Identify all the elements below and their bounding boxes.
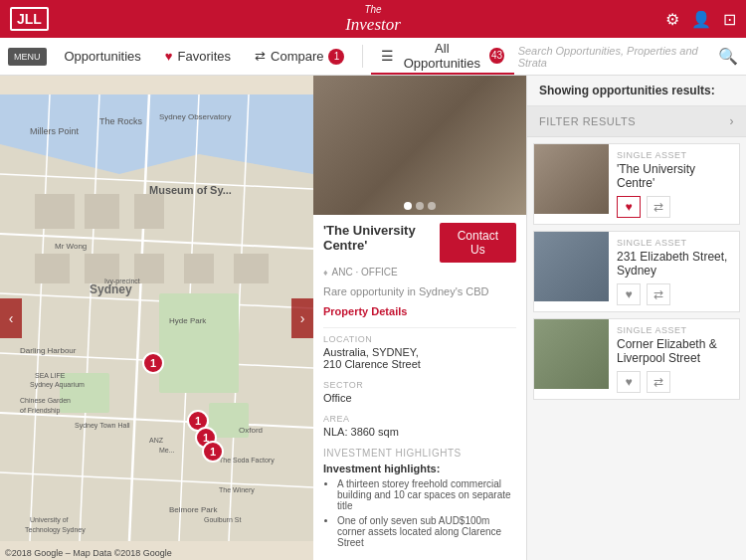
area-label: AREA bbox=[323, 414, 516, 424]
result-type-3: SINGLE ASSET bbox=[617, 325, 731, 335]
map-marker-1[interactable]: 1 bbox=[142, 352, 164, 374]
logo-area: JLL bbox=[10, 7, 49, 31]
svg-text:Ivy-precinct: Ivy-precinct bbox=[104, 278, 140, 285]
svg-rect-13 bbox=[159, 293, 239, 393]
svg-text:Technology Sydney: Technology Sydney bbox=[25, 526, 86, 534]
map-next-button[interactable]: › bbox=[291, 298, 313, 338]
result-type-1: SINGLE ASSET bbox=[617, 150, 731, 160]
share-icon[interactable]: ⊡ bbox=[723, 10, 736, 29]
svg-rect-18 bbox=[134, 194, 164, 229]
compare-button-2[interactable]: ⇄ bbox=[647, 283, 670, 305]
carousel-dot-1[interactable] bbox=[404, 202, 412, 210]
search-area: Search Opportunities, Properties and Str… bbox=[518, 45, 738, 69]
favorite-button-1[interactable]: ♥ bbox=[617, 196, 641, 218]
svg-text:Sydney Observatory: Sydney Observatory bbox=[159, 112, 231, 121]
svg-rect-22 bbox=[184, 254, 214, 283]
svg-rect-19 bbox=[35, 254, 70, 283]
main-layout: Millers Point The Rocks Sydney Observato… bbox=[0, 76, 746, 560]
svg-text:ANZ: ANZ bbox=[149, 437, 164, 444]
property-title: 'The University Centre' bbox=[323, 223, 440, 253]
result-actions-3: ♥ ⇄ bbox=[617, 371, 731, 393]
opportunities-nav[interactable]: Opportunities bbox=[55, 38, 151, 75]
svg-rect-14 bbox=[60, 373, 109, 413]
svg-text:The Soda Factory: The Soda Factory bbox=[219, 457, 275, 465]
svg-text:Millers Point: Millers Point bbox=[30, 126, 80, 136]
favorite-button-3[interactable]: ♥ bbox=[617, 371, 641, 393]
svg-text:Museum of Sy...: Museum of Sy... bbox=[149, 184, 232, 196]
compare-badge: 1 bbox=[328, 49, 344, 65]
search-icon[interactable]: 🔍 bbox=[718, 47, 738, 66]
result-title-2: 231 Elizabeth Street, Sydney bbox=[617, 250, 731, 278]
map-attribution: ©2018 Google – Map Data ©2018 Google bbox=[5, 548, 172, 558]
property-info: 'The University Centre' Contact Us ♦ ANC… bbox=[313, 215, 526, 560]
location-label: LOCATION bbox=[323, 334, 516, 344]
carousel-dot-2[interactable] bbox=[416, 202, 424, 210]
meta-text: ANC · OFFICE bbox=[332, 267, 398, 278]
location-section: LOCATION Australia, SYDNEY,210 Clarence … bbox=[323, 334, 516, 370]
investment-highlights-label: Investment Highlights bbox=[323, 448, 516, 459]
result-card-body-3: SINGLE ASSET Corner Elizabeth & Liverpoo… bbox=[609, 319, 739, 399]
results-header: Showing opportunities results: bbox=[527, 76, 746, 106]
contact-us-button[interactable]: Contact Us bbox=[440, 223, 516, 263]
user-icon[interactable]: 👤 bbox=[691, 10, 711, 29]
jll-logo: JLL bbox=[10, 7, 49, 31]
result-card-1[interactable]: SINGLE ASSET 'The University Centre' ♥ ⇄ bbox=[533, 143, 740, 225]
compare-button-3[interactable]: ⇄ bbox=[647, 371, 670, 393]
all-opportunities-button[interactable]: ☰ All Opportunities 43 bbox=[371, 38, 513, 75]
list-icon: ☰ bbox=[381, 48, 394, 64]
svg-text:University of: University of bbox=[30, 516, 69, 524]
result-card-image-1 bbox=[534, 144, 609, 214]
divider-1 bbox=[323, 327, 516, 328]
map-prev-button[interactable]: ‹ bbox=[0, 298, 22, 338]
property-image-bg bbox=[313, 76, 526, 215]
svg-text:Goulburn St: Goulburn St bbox=[204, 516, 241, 523]
property-details-link[interactable]: Property Details bbox=[323, 305, 516, 317]
location-value: Australia, SYDNEY,210 Clarence Street bbox=[323, 346, 516, 370]
highlight-2: One of only seven sub AUD$100m corner as… bbox=[337, 515, 516, 548]
result-title-3: Corner Elizabeth & Liverpool Street bbox=[617, 337, 731, 365]
result-card-body-2: SINGLE ASSET 231 Elizabeth Street, Sydne… bbox=[609, 232, 739, 311]
svg-text:Mr Wong: Mr Wong bbox=[55, 242, 87, 251]
compare-button-1[interactable]: ⇄ bbox=[647, 196, 670, 218]
result-card-image-3 bbox=[534, 319, 609, 389]
svg-text:of Friendship: of Friendship bbox=[20, 407, 61, 415]
nav-divider bbox=[362, 45, 363, 67]
svg-text:Belmore Park: Belmore Park bbox=[169, 505, 218, 514]
result-actions-2: ♥ ⇄ bbox=[617, 283, 731, 305]
svg-text:The Rocks: The Rocks bbox=[99, 116, 143, 126]
map-canvas: Millers Point The Rocks Sydney Observato… bbox=[0, 76, 313, 560]
svg-text:SEA LIFE: SEA LIFE bbox=[35, 372, 66, 379]
result-title-1: 'The University Centre' bbox=[617, 162, 731, 190]
svg-rect-23 bbox=[234, 254, 269, 283]
carousel-dot-3[interactable] bbox=[428, 202, 436, 210]
all-opportunities-badge: 43 bbox=[489, 48, 503, 64]
map-marker-4[interactable]: 1 bbox=[202, 441, 224, 463]
compare-icon: ⇄ bbox=[255, 49, 266, 64]
menu-button[interactable]: MENU bbox=[8, 48, 47, 66]
svg-text:Sydney Aquarium: Sydney Aquarium bbox=[30, 381, 85, 389]
header-title: The Investor bbox=[345, 4, 401, 35]
svg-text:The Winery: The Winery bbox=[219, 486, 255, 494]
opportunities-label: Opportunities bbox=[65, 49, 141, 64]
area-section: AREA NLA: 3860 sqm bbox=[323, 414, 516, 438]
favorite-button-2[interactable]: ♥ bbox=[617, 283, 641, 305]
navbar: MENU Opportunities ♥ Favorites ⇄ Compare… bbox=[0, 38, 746, 76]
favorites-label: Favorites bbox=[178, 49, 231, 64]
filter-chevron-icon: › bbox=[730, 114, 735, 128]
investment-list: A thirteen storey freehold commercial bu… bbox=[323, 478, 516, 548]
property-description: Rare opportunity in Sydney's CBD bbox=[323, 285, 516, 297]
detail-panel: 'The University Centre' Contact Us ♦ ANC… bbox=[313, 76, 527, 560]
svg-rect-17 bbox=[85, 194, 119, 229]
filter-label: FILTER RESULTS bbox=[539, 115, 636, 127]
filter-results-bar[interactable]: FILTER RESULTS › bbox=[527, 106, 746, 137]
svg-text:Oxford: Oxford bbox=[239, 426, 263, 435]
result-card-2[interactable]: SINGLE ASSET 231 Elizabeth Street, Sydne… bbox=[533, 231, 740, 312]
carousel-dots bbox=[404, 202, 436, 210]
result-card-3[interactable]: SINGLE ASSET Corner Elizabeth & Liverpoo… bbox=[533, 318, 740, 400]
compare-nav[interactable]: ⇄ Compare 1 bbox=[245, 38, 354, 75]
settings-icon[interactable]: ⚙ bbox=[665, 10, 679, 29]
favorites-nav[interactable]: ♥ Favorites bbox=[155, 38, 241, 75]
search-placeholder: Search Opportunities, Properties and Str… bbox=[518, 45, 710, 69]
sector-label: SECTOR bbox=[323, 380, 516, 390]
header-icons: ⚙ 👤 ⊡ bbox=[665, 10, 736, 29]
